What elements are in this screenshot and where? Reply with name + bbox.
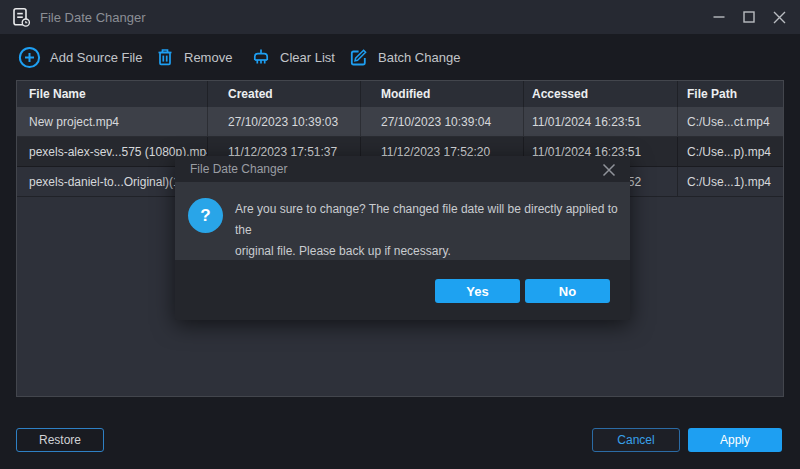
question-icon: ?: [188, 198, 223, 233]
bottom-bar: Restore Cancel Apply: [0, 397, 800, 469]
column-header-created[interactable]: Created: [208, 81, 361, 107]
column-header-file-path[interactable]: File Path: [678, 81, 783, 107]
batch-change-button[interactable]: Batch Change: [348, 34, 460, 80]
file-name-cell: New project.mp4: [17, 107, 208, 136]
app-logo-icon: [11, 7, 32, 28]
modified-cell: 27/10/2023 10:39:04: [361, 107, 524, 136]
column-header-modified[interactable]: Modified: [361, 81, 524, 107]
no-button[interactable]: No: [525, 279, 610, 303]
column-header-file-name[interactable]: File Name: [17, 81, 208, 107]
close-icon[interactable]: [764, 0, 794, 34]
file-path-cell: C:/Use...1).mp4: [678, 167, 783, 196]
add-circle-icon: [18, 46, 41, 69]
confirm-dialog: File Date Changer ? Are you sure to chan…: [175, 156, 630, 320]
dialog-message-line1: Are you sure to change? The changed file…: [235, 199, 620, 241]
broom-icon: [251, 47, 271, 67]
column-header-accessed[interactable]: Accessed: [524, 81, 678, 107]
dialog-message: Are you sure to change? The changed file…: [235, 199, 620, 262]
table-row[interactable]: New project.mp4 27/10/2023 10:39:03 27/1…: [17, 107, 783, 137]
batch-change-label: Batch Change: [378, 50, 460, 65]
dialog-title: File Date Changer: [190, 162, 287, 176]
window-controls: [704, 0, 794, 34]
clear-list-button[interactable]: Clear List: [251, 34, 335, 80]
maximize-icon[interactable]: [734, 0, 764, 34]
cancel-button[interactable]: Cancel: [592, 428, 680, 452]
trash-icon: [155, 47, 175, 67]
dialog-message-panel: ? Are you sure to change? The changed fi…: [175, 182, 630, 260]
yes-button[interactable]: Yes: [435, 279, 520, 303]
file-path-cell: C:/Use...p).mp4: [678, 137, 783, 166]
dialog-titlebar: File Date Changer: [175, 156, 630, 182]
remove-label: Remove: [184, 50, 232, 65]
dialog-close-icon[interactable]: [600, 161, 618, 179]
apply-button[interactable]: Apply: [688, 428, 782, 452]
clear-list-label: Clear List: [280, 50, 335, 65]
app-window: File Date Changer Add Source File: [0, 0, 800, 469]
accessed-cell: 11/01/2024 16:23:51: [524, 107, 678, 136]
edit-square-icon: [348, 47, 369, 68]
file-path-cell: C:/Use...ct.mp4: [678, 107, 783, 136]
dialog-message-line2: original file. Please back up if necessa…: [235, 241, 620, 262]
minimize-icon[interactable]: [704, 0, 734, 34]
table-header: File Name Created Modified Accessed File…: [17, 81, 783, 107]
created-cell: 27/10/2023 10:39:03: [208, 107, 361, 136]
add-source-file-label: Add Source File: [50, 50, 143, 65]
add-source-file-button[interactable]: Add Source File: [18, 34, 143, 80]
restore-button[interactable]: Restore: [16, 428, 104, 452]
window-title: File Date Changer: [40, 10, 146, 25]
titlebar: File Date Changer: [0, 0, 800, 34]
toolbar: Add Source File Remove: [0, 34, 800, 80]
remove-button[interactable]: Remove: [155, 34, 232, 80]
